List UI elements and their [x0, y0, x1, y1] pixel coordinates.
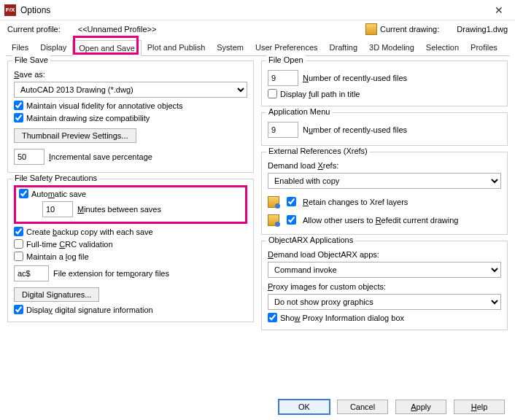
left-column: File Save Save as: AutoCAD 2013 Drawing … — [7, 61, 254, 330]
show-proxy-dialog-checkbox[interactable] — [268, 313, 277, 322]
proxy-images-select[interactable]: Do not show proxy graphics — [268, 294, 501, 310]
minutes-between-saves-input[interactable] — [42, 201, 73, 217]
allow-refedit-checkbox[interactable] — [287, 215, 296, 225]
maintain-log-checkbox[interactable] — [14, 252, 23, 261]
drawing-icon — [365, 23, 377, 35]
automatic-save-checkbox[interactable] — [19, 189, 28, 198]
tab-3d-modeling[interactable]: 3D Modeling — [363, 40, 420, 56]
titlebar: F/X Options ✕ — [0, 0, 515, 20]
tab-drafting[interactable]: Drafting — [324, 40, 364, 56]
tab-user-preferences[interactable]: User Preferences — [249, 40, 324, 56]
right-column: File Open Number of recently-used files … — [261, 61, 508, 330]
save-as-select[interactable]: AutoCAD 2013 Drawing (*.dwg) — [14, 82, 247, 98]
group-objectarx-title: ObjectARX Applications — [266, 236, 355, 244]
content: File Save Save as: AutoCAD 2013 Drawing … — [0, 56, 515, 335]
group-external-references-title: External References (Xrefs) — [266, 147, 370, 155]
maintain-visual-fidelity-checkbox[interactable] — [14, 101, 23, 110]
save-as-label: Save as: — [14, 70, 45, 79]
demand-load-arx-select[interactable]: Command invoke — [268, 262, 501, 278]
current-drawing-value: Drawing1.dwg — [457, 25, 508, 34]
maintain-size-label: Maintain drawing size compatibility — [26, 114, 150, 122]
maintain-size-checkbox[interactable] — [14, 113, 23, 122]
minutes-between-saves-label: Minutes between saves — [77, 205, 161, 214]
tab-open-and-save[interactable]: Open and Save — [72, 40, 141, 56]
group-file-save-title: File Save — [12, 55, 50, 64]
incremental-save-label: Incremental save percentage — [49, 152, 152, 161]
apply-button[interactable]: Apply — [395, 400, 446, 414]
xref-icon — [268, 214, 279, 226]
incremental-save-input[interactable] — [14, 149, 44, 165]
tab-profiles[interactable]: Profiles — [465, 40, 503, 56]
tab-files[interactable]: Files — [6, 40, 34, 56]
xref-icon — [268, 196, 279, 208]
app-menu-recent-input[interactable] — [268, 122, 298, 138]
tab-plot-and-publish[interactable]: Plot and Publish — [142, 40, 212, 56]
group-file-open: File Open Number of recently-used files … — [261, 61, 508, 106]
create-backup-checkbox[interactable] — [14, 227, 23, 236]
crc-validation-checkbox[interactable] — [14, 239, 23, 249]
tab-system[interactable]: System — [211, 40, 249, 56]
app-menu-recent-label: Number of recently-used files — [303, 125, 407, 134]
thumbnail-preview-button[interactable]: Thumbnail Preview Settings... — [14, 128, 136, 143]
demand-load-xrefs-label: Demand load Xrefs: — [268, 161, 338, 170]
maintain-visual-fidelity-label: Maintain visual fidelity for annotative … — [26, 101, 183, 110]
display-digital-sig-label: Display digital signature information — [26, 306, 153, 314]
demand-load-arx-label: Demand load ObjectARX apps: — [268, 250, 379, 259]
ok-button[interactable]: OK — [279, 400, 330, 414]
file-open-recent-input[interactable] — [268, 70, 298, 86]
dialog-buttons: OK Cancel Apply Help — [279, 400, 505, 414]
group-file-safety: File Safety Precautions Automatic save M… — [7, 179, 254, 322]
group-objectarx: ObjectARX Applications Demand load Objec… — [261, 241, 508, 330]
close-button[interactable]: ✕ — [487, 4, 511, 16]
group-file-open-title: File Open — [266, 55, 306, 64]
profile-line: Current profile: <<Unnamed Profile>> Cur… — [0, 20, 515, 36]
group-external-references: External References (Xrefs) Demand load … — [261, 152, 508, 235]
demand-load-xrefs-select[interactable]: Enabled with copy — [268, 173, 501, 189]
temp-file-ext-input[interactable] — [14, 265, 49, 281]
display-digital-sig-checkbox[interactable] — [14, 305, 23, 314]
current-profile-value: <<Unnamed Profile>> — [78, 25, 157, 34]
help-button[interactable]: Help — [454, 400, 505, 414]
allow-refedit-label: Allow other users to Refedit current dra… — [303, 216, 458, 225]
tab-display[interactable]: Display — [34, 40, 72, 56]
group-application-menu: Application Menu Number of recently-used… — [261, 112, 508, 146]
retain-xref-changes-label: Retain changes to Xref layers — [303, 198, 408, 206]
window-title: Options — [20, 5, 487, 15]
tabstrip: Files Display Open and Save Plot and Pub… — [6, 39, 509, 56]
display-full-path-checkbox[interactable] — [268, 89, 277, 98]
display-full-path-label: Display full path in title — [280, 90, 360, 98]
group-file-save: File Save Save as: AutoCAD 2013 Drawing … — [7, 61, 254, 173]
cancel-button[interactable]: Cancel — [337, 400, 388, 414]
tab-selection[interactable]: Selection — [420, 40, 465, 56]
crc-validation-label: Full-time CRC validation — [26, 240, 113, 249]
automatic-save-label: Automatic save — [31, 190, 86, 198]
group-file-safety-title: File Safety Precautions — [12, 174, 99, 182]
create-backup-label: Create backup copy with each save — [26, 228, 153, 236]
file-open-recent-label: Number of recently-used files — [303, 74, 407, 82]
temp-file-ext-label: File extension for temporary files — [53, 269, 169, 278]
show-proxy-dialog-label: Show Proxy Information dialog box — [280, 314, 404, 322]
current-drawing-label: Current drawing: — [380, 25, 439, 34]
proxy-images-label: Proxy images for custom objects: — [268, 282, 386, 291]
digital-signatures-button[interactable]: Digital Signatures... — [14, 287, 99, 302]
app-icon: F/X — [4, 4, 16, 16]
group-application-menu-title: Application Menu — [266, 107, 332, 116]
maintain-log-label: Maintain a log file — [26, 252, 89, 261]
current-profile-label: Current profile: — [7, 25, 61, 34]
retain-xref-changes-checkbox[interactable] — [287, 197, 296, 206]
highlight-autosave: Automatic save Minutes between saves — [14, 185, 247, 224]
